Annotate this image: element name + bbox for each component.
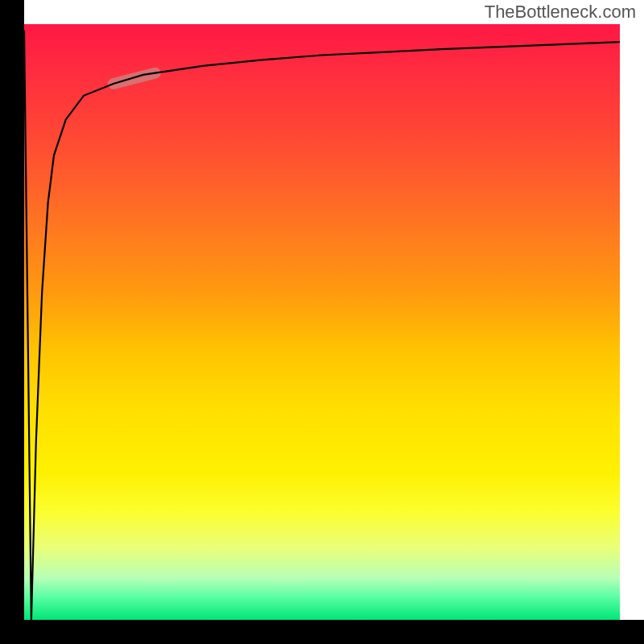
x-axis xyxy=(0,620,644,644)
bottleneck-curve xyxy=(24,30,620,620)
curve-layer xyxy=(24,24,620,620)
chart-container: TheBottleneck.com xyxy=(0,0,644,644)
attribution-label: TheBottleneck.com xyxy=(485,2,636,23)
plot-area xyxy=(24,24,620,620)
y-axis xyxy=(0,0,24,644)
